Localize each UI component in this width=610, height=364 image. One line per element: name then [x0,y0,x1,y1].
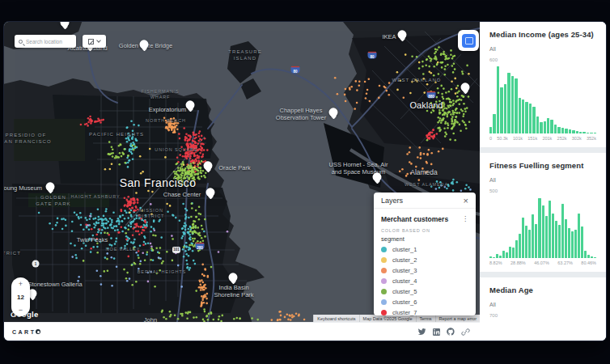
histogram-bar [555,221,557,258]
histogram-bar [519,234,521,258]
histogram-bar [594,133,596,133]
cluster-label: cluster_1 [392,246,417,253]
histogram-bar [582,132,585,133]
social-links [417,328,470,336]
zoom-level: 12 [17,294,24,301]
map-pin-marker[interactable] [373,172,382,181]
map-pin-marker[interactable] [461,83,470,91]
layers-panel-body: Merchant customers ⋮ COLOR BASED ON segm… [374,209,476,321]
cluster-color-swatch [381,299,387,305]
histogram-bar [515,78,517,133]
carto-logo-text: CART [12,329,36,335]
x-axis-ticks: 050.3k101k151k201k252k302k352k [489,136,596,141]
histogram-bar [519,98,521,133]
histogram-bar [565,129,567,133]
histogram-bar [594,257,596,258]
histogram-bar [547,118,549,133]
histogram-bar [558,225,561,258]
tick-label: 46.07% [534,260,549,265]
layers-panel-header: Layers × [374,193,476,209]
search-bar[interactable] [15,35,76,48]
carto-logo[interactable]: CART [12,329,40,335]
draw-polygon-button[interactable] [83,35,106,48]
map-pin-marker[interactable] [329,108,338,116]
histogram[interactable] [489,64,596,133]
histogram-bar [532,107,535,133]
map-canvas[interactable]: San FranciscoOaklandAlamedaGolden Gate B… [4,22,480,322]
histogram[interactable] [489,195,596,258]
histogram-bar [587,255,590,258]
cluster-legend-row: cluster_2 [381,255,468,265]
map-pin-marker[interactable] [206,188,215,197]
histogram-bar [579,132,582,133]
histogram-bar [578,214,580,258]
histogram-bar [493,257,495,258]
histogram-bar [540,122,542,133]
histogram-bar [550,120,553,133]
histogram-bar [554,125,557,133]
tick-label: 0 [489,136,492,141]
github-icon[interactable] [447,328,455,336]
histogram-bar [581,226,583,258]
widget-title: Median Age [489,286,596,294]
link-icon[interactable] [461,328,470,336]
tick-label: 8.82% [489,260,502,265]
twitter-icon[interactable] [417,328,426,336]
histogram-bar [500,87,502,133]
cluster-legend-row: cluster_4 [381,276,468,286]
tick-label: 28.88% [510,260,526,265]
layer-row: Merchant customers ⋮ [381,214,468,224]
cluster-color-swatch [381,278,387,284]
histogram-bar [504,84,506,133]
widget-title: Fitness Fuelling segment [489,161,596,170]
widgets-sidebar: Median Income (ages 25-34) All 600 050.3… [480,22,606,341]
map-pin-marker[interactable] [186,100,195,109]
map-pin-marker[interactable] [46,182,55,191]
map-pin-marker[interactable] [398,30,407,39]
widget-filter: All [489,302,596,307]
histogram-bar [538,198,540,258]
layers-panel: Layers × Merchant customers ⋮ COLOR BASE… [374,193,476,315]
cluster-legend: cluster_1cluster_2cluster_3cluster_4clus… [381,244,468,318]
y-axis-max: 600 [489,57,596,62]
search-input[interactable] [26,39,72,44]
attribution-link[interactable]: Keyboard shortcuts [313,315,358,322]
cluster-label: cluster_5 [392,288,417,295]
footer-bar: CART [4,322,480,341]
histogram-bar [536,116,539,134]
cluster-label: cluster_3 [392,267,417,274]
widgets-panel-toggle-button[interactable] [458,30,479,51]
histogram-bar [574,230,577,258]
kebab-menu-icon[interactable]: ⋮ [462,215,468,222]
tick-label: 151k [527,136,537,141]
tick-label: 80.46% [581,260,596,265]
histogram-bar [493,114,495,133]
map-pin-marker[interactable] [229,273,238,281]
tick-label: 63.27% [557,260,573,265]
widget-filter: All [489,177,596,183]
histogram-bar [522,99,524,133]
close-icon[interactable]: × [464,197,468,205]
tick-label: 352k [587,136,596,141]
histogram-bar [535,224,537,258]
zoom-out-button[interactable]: − [19,306,23,314]
search-icon [19,40,23,44]
tick-label: 50.3k [497,136,507,141]
map-pin-marker[interactable] [204,161,213,170]
cluster-color-swatch [381,257,387,263]
linkedin-icon[interactable] [433,328,440,336]
cluster-label: cluster_2 [392,256,417,264]
widget-fitness-fuelling: Fitness Fuelling segment All 500 8.82%28… [480,153,606,272]
histogram-bar [584,251,587,258]
panel-icon [462,34,476,48]
map-pin-marker[interactable] [140,40,149,49]
cluster-color-swatch [381,247,387,252]
layers-panel-title: Layers [381,197,403,205]
histogram-bar [489,256,492,258]
cluster-color-swatch [381,310,387,315]
zoom-in-button[interactable]: + [19,280,23,288]
histogram-bar [545,216,548,258]
histogram-bar [561,204,564,258]
cluster-legend-row: cluster_6 [381,297,468,307]
map-pin-marker[interactable] [61,22,70,27]
